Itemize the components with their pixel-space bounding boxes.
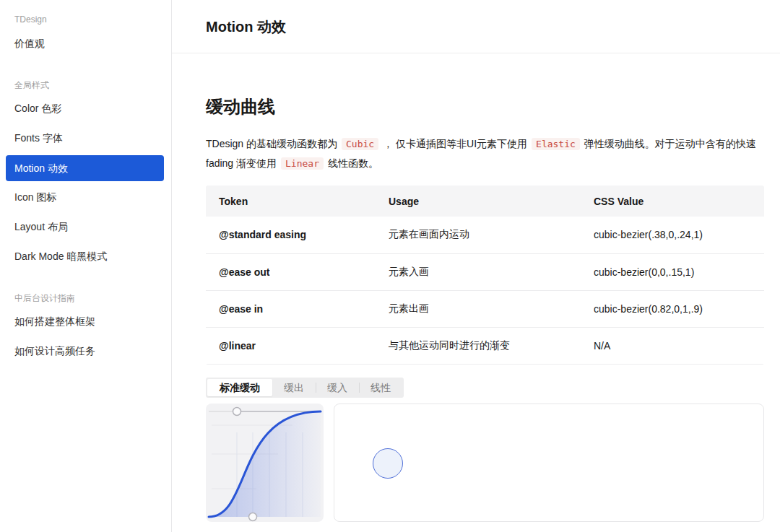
sidebar-item-build-framework[interactable]: 如何搭建整体框架 xyxy=(0,307,171,336)
table-row: @ease in 元素出画 cubic-bezier(0.82,0,1,.9) xyxy=(206,290,764,327)
sidebar-item-layout[interactable]: Layout 布局 xyxy=(0,212,171,242)
app-window: TDesign 价值观 全局样式 Color 色彩 Fonts 字体 Motio… xyxy=(0,0,780,532)
usage-cell: 与其他运动同时进行的渐变 xyxy=(376,327,581,364)
tab-linear[interactable]: 线性 xyxy=(359,379,402,396)
page-header: Motion 动效 xyxy=(172,0,780,53)
table-row: @linear 与其他运动同时进行的渐变 N/A xyxy=(206,327,764,364)
code-chip-linear: Linear xyxy=(281,157,324,170)
main-area: Motion 动效 缓动曲线 TDesign 的基础缓动函数都为Cubic， 仅… xyxy=(172,0,780,532)
easing-token-table: Token Usage CSS Value @standard easing 元… xyxy=(206,186,764,365)
bezier-curve-graphic xyxy=(206,404,324,522)
animated-ball[interactable] xyxy=(373,448,403,479)
sidebar-item-color[interactable]: Color 色彩 xyxy=(0,94,171,123)
code-chip-cubic: Cubic xyxy=(342,138,378,150)
table-row: @standard easing 元素在画面内运动 cubic-bezier(.… xyxy=(206,217,764,253)
tab-ease-in[interactable]: 缓入 xyxy=(316,379,359,396)
tab-standard-easing[interactable]: 标准缓动 xyxy=(207,379,272,396)
page-title: Motion 动效 xyxy=(206,17,780,37)
css-value-cell: cubic-bezier(.38,0,.24,1) xyxy=(581,217,764,253)
section-title: 缓动曲线 xyxy=(206,95,764,118)
usage-cell: 元素入画 xyxy=(376,253,581,290)
sidebar-item-values[interactable]: 价值观 xyxy=(0,29,171,58)
sidebar-item-fonts[interactable]: Fonts 字体 xyxy=(0,123,171,153)
sidebar-item-icon[interactable]: Icon 图标 xyxy=(0,183,171,212)
sidebar-section-admin-guide: 中后台设计指南 xyxy=(0,289,171,307)
bezier-handle-p1 xyxy=(249,513,257,520)
brand-label: TDesign xyxy=(0,10,171,29)
sidebar-section-global-styles: 全局样式 xyxy=(0,77,171,94)
bezier-curve-editor[interactable] xyxy=(206,404,324,522)
css-value-cell: cubic-bezier(0,0,.15,1) xyxy=(581,253,764,290)
table-header-row: Token Usage CSS Value xyxy=(206,186,764,217)
token-cell: @ease in xyxy=(206,290,376,327)
column-header-token: Token xyxy=(206,186,376,217)
usage-cell: 元素出画 xyxy=(376,290,581,327)
table-row: @ease out 元素入画 cubic-bezier(0,0,.15,1) xyxy=(206,253,764,290)
column-header-usage: Usage xyxy=(376,186,581,217)
intro-text: TDesign 的基础缓动函数都为 xyxy=(206,138,337,149)
animation-stage xyxy=(334,404,764,522)
code-chip-elastic: Elastic xyxy=(532,138,580,150)
usage-cell: 元素在画面内运动 xyxy=(376,217,581,253)
easing-tabs: 标准缓动 缓出 缓入 线性 xyxy=(206,378,404,398)
sidebar: TDesign 价值观 全局样式 Color 色彩 Fonts 字体 Motio… xyxy=(0,0,172,532)
sidebar-item-dark-mode[interactable]: Dark Mode 暗黑模式 xyxy=(0,242,171,271)
intro-paragraph: TDesign 的基础缓动函数都为Cubic， 仅卡通插图等非UI元素下使用El… xyxy=(206,134,764,173)
column-header-css-value: CSS Value xyxy=(581,186,764,217)
demo-row xyxy=(206,404,764,522)
sidebar-item-design-tasks[interactable]: 如何设计高频任务 xyxy=(0,336,171,366)
intro-text: 线性函数。 xyxy=(328,157,378,169)
sidebar-item-motion[interactable]: Motion 动效 xyxy=(6,155,164,181)
css-value-cell: N/A xyxy=(581,327,764,364)
intro-text: ， 仅卡通插图等非UI元素下使用 xyxy=(383,138,527,149)
tab-ease-out[interactable]: 缓出 xyxy=(272,379,316,396)
token-cell: @ease out xyxy=(206,253,376,290)
content: 缓动曲线 TDesign 的基础缓动函数都为Cubic， 仅卡通插图等非UI元素… xyxy=(172,53,780,522)
token-cell: @standard easing xyxy=(206,217,376,253)
bezier-handle-p2 xyxy=(233,407,241,415)
css-value-cell: cubic-bezier(0.82,0,1,.9) xyxy=(581,290,764,327)
token-cell: @linear xyxy=(206,327,376,364)
